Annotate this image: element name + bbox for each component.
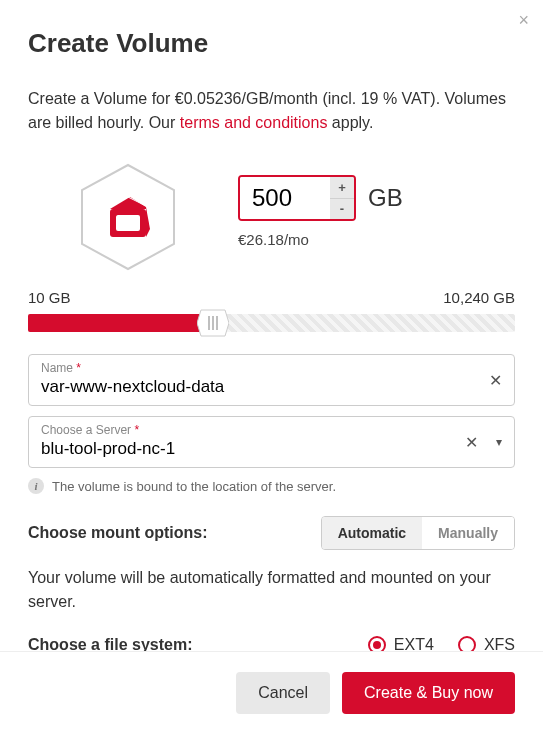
modal-description: Create a Volume for €0.05236/GB/month (i… (28, 87, 515, 135)
terms-link[interactable]: terms and conditions (180, 114, 328, 131)
cancel-button[interactable]: Cancel (236, 672, 330, 714)
close-icon[interactable]: × (518, 10, 529, 31)
size-decrement-button[interactable]: - (330, 199, 354, 220)
slider-thumb[interactable] (197, 306, 229, 340)
size-price: €26.18/mo (238, 231, 403, 248)
size-stepper[interactable]: + - (238, 175, 356, 221)
size-slider[interactable] (28, 314, 515, 332)
slider-min-label: 10 GB (28, 289, 71, 306)
name-input[interactable] (41, 375, 442, 397)
clear-server-icon[interactable]: ✕ (465, 433, 478, 452)
create-volume-modal: Create Volume Create a Volume for €0.052… (0, 0, 543, 710)
server-input[interactable] (41, 437, 442, 459)
slider-max-label: 10,240 GB (443, 289, 515, 306)
chevron-down-icon[interactable]: ▾ (496, 435, 502, 449)
modal-footer: Cancel Create & Buy now (0, 651, 543, 734)
mount-description: Your volume will be automatically format… (28, 566, 515, 614)
mount-label: Choose mount options: (28, 524, 208, 542)
mount-toggle: Automatic Manually (321, 516, 515, 550)
mount-automatic-button[interactable]: Automatic (322, 517, 422, 549)
mount-manually-button[interactable]: Manually (422, 517, 514, 549)
create-buy-button[interactable]: Create & Buy now (342, 672, 515, 714)
location-hint: i The volume is bound to the location of… (28, 478, 515, 494)
size-increment-button[interactable]: + (330, 177, 354, 199)
server-field[interactable]: Choose a Server * ✕ ▾ (28, 416, 515, 468)
size-unit: GB (368, 184, 403, 212)
volume-icon (68, 159, 188, 275)
size-input[interactable] (240, 177, 330, 219)
svg-rect-2 (116, 215, 140, 231)
name-field[interactable]: Name * ✕ (28, 354, 515, 406)
clear-name-icon[interactable]: ✕ (489, 371, 502, 390)
info-icon: i (28, 478, 44, 494)
modal-title: Create Volume (28, 28, 515, 59)
